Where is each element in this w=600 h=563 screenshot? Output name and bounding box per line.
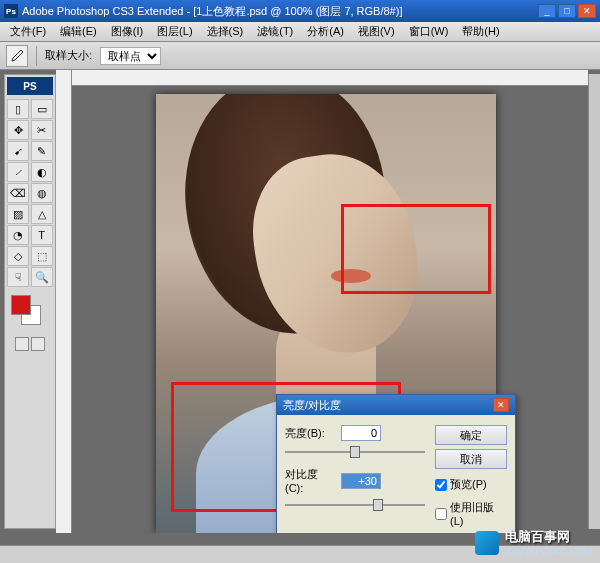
menu-filter[interactable]: 滤镜(T) [251, 22, 299, 41]
maximize-button[interactable]: □ [558, 4, 576, 18]
document-canvas[interactable]: 亮度/对比度 ✕ 亮度(B): 对比度(C): [156, 94, 496, 533]
ok-button[interactable]: 确定 [435, 425, 507, 445]
healing-tool[interactable]: ⟋ [7, 162, 29, 182]
eyedropper-icon[interactable] [6, 45, 28, 67]
pen-tool[interactable]: ◔ [7, 225, 29, 245]
canvas-area: 亮度/对比度 ✕ 亮度(B): 对比度(C): [56, 70, 588, 533]
dialog-close-icon[interactable]: ✕ [493, 398, 509, 412]
menu-window[interactable]: 窗口(W) [403, 22, 455, 41]
shape-tool[interactable]: ⬚ [31, 246, 53, 266]
right-panel-strip[interactable] [588, 74, 600, 529]
crop-tool[interactable]: ✂ [31, 120, 53, 140]
minimize-button[interactable]: _ [538, 4, 556, 18]
marquee-tool[interactable]: ▭ [31, 99, 53, 119]
separator [36, 46, 37, 66]
brightness-label: 亮度(B): [285, 426, 335, 441]
tool-grid: ▯ ▭ ✥ ✂ ➹ ✎ ⟋ ◐ ⌫ ◍ ▨ △ ◔ T ◇ ⬚ ☟ 🔍 [7, 99, 53, 287]
title-bar: Ps Adobe Photoshop CS3 Extended - [1上色教程… [0, 0, 600, 22]
dialog-body: 亮度(B): 对比度(C): [277, 415, 515, 533]
toolbox: PS ▯ ▭ ✥ ✂ ➹ ✎ ⟋ ◐ ⌫ ◍ ▨ △ ◔ T ◇ ⬚ ☟ 🔍 [4, 74, 56, 529]
quick-mask-row [7, 337, 53, 351]
zoom-tool[interactable]: 🔍 [31, 267, 53, 287]
options-bar: 取样大小: 取样点 [0, 42, 600, 70]
legacy-checkbox-row[interactable]: 使用旧版(L) [435, 500, 507, 527]
sample-size-label: 取样大小: [45, 48, 92, 63]
watermark-text: 电脑百事网 [505, 528, 592, 546]
move-tool[interactable]: ▯ [7, 99, 29, 119]
brightness-slider-thumb[interactable] [350, 446, 360, 458]
hand-tool[interactable]: ☟ [7, 267, 29, 287]
blur-tool[interactable]: ▨ [7, 204, 29, 224]
path-tool[interactable]: ◇ [7, 246, 29, 266]
dialog-buttons: 确定 取消 预览(P) 使用旧版(L) [435, 425, 507, 527]
menu-view[interactable]: 视图(V) [352, 22, 401, 41]
vertical-ruler [56, 70, 72, 533]
menu-select[interactable]: 选择(S) [201, 22, 250, 41]
brightness-input[interactable] [341, 425, 381, 441]
standard-mode-icon[interactable] [15, 337, 29, 351]
contrast-label: 对比度(C): [285, 467, 335, 494]
lasso-tool[interactable]: ✥ [7, 120, 29, 140]
close-button[interactable]: ✕ [578, 4, 596, 18]
legacy-checkbox[interactable] [435, 508, 447, 520]
dialog-title-text: 亮度/对比度 [283, 398, 341, 413]
contrast-slider[interactable] [285, 498, 425, 512]
legacy-label: 使用旧版(L) [450, 500, 507, 527]
gradient-tool[interactable]: ◍ [31, 183, 53, 203]
slider-track [285, 504, 425, 506]
dodge-tool[interactable]: △ [31, 204, 53, 224]
preview-checkbox-row[interactable]: 预览(P) [435, 477, 507, 492]
workspace: PS ▯ ▭ ✥ ✂ ➹ ✎ ⟋ ◐ ⌫ ◍ ▨ △ ◔ T ◇ ⬚ ☟ 🔍 [0, 70, 600, 533]
dialog-titlebar[interactable]: 亮度/对比度 ✕ [277, 395, 515, 415]
window-buttons: _ □ ✕ [538, 4, 596, 18]
foreground-color-swatch[interactable] [11, 295, 31, 315]
preview-checkbox[interactable] [435, 479, 447, 491]
contrast-slider-thumb[interactable] [373, 499, 383, 511]
menu-image[interactable]: 图像(I) [105, 22, 149, 41]
watermark-logo-icon [475, 531, 499, 555]
brightness-row: 亮度(B): [285, 425, 427, 441]
dialog-controls: 亮度(B): 对比度(C): [285, 425, 427, 527]
quick-mask-icon[interactable] [31, 337, 45, 351]
contrast-row: 对比度(C): [285, 467, 427, 494]
text-tool[interactable]: T [31, 225, 53, 245]
annotation-box-eyes [341, 204, 491, 294]
menu-edit[interactable]: 编辑(E) [54, 22, 103, 41]
watermark-url: WWW.PC841.COM [505, 546, 592, 557]
menu-bar: 文件(F) 编辑(E) 图像(I) 图层(L) 选择(S) 滤镜(T) 分析(A… [0, 22, 600, 42]
app-icon: Ps [4, 4, 18, 18]
window-title: Adobe Photoshop CS3 Extended - [1上色教程.ps… [22, 4, 534, 19]
menu-layer[interactable]: 图层(L) [151, 22, 198, 41]
menu-file[interactable]: 文件(F) [4, 22, 52, 41]
eraser-tool[interactable]: ⌫ [7, 183, 29, 203]
menu-help[interactable]: 帮助(H) [456, 22, 505, 41]
contrast-input[interactable] [341, 473, 381, 489]
brightness-contrast-dialog: 亮度/对比度 ✕ 亮度(B): 对比度(C): [276, 394, 516, 533]
eyedropper-tool[interactable]: ➹ [7, 141, 29, 161]
clone-tool[interactable]: ◐ [31, 162, 53, 182]
color-swatches [7, 295, 53, 331]
sample-size-select[interactable]: 取样点 [100, 47, 161, 65]
brush-tool[interactable]: ✎ [31, 141, 53, 161]
menu-analysis[interactable]: 分析(A) [301, 22, 350, 41]
ps-badge-icon: PS [7, 77, 53, 95]
horizontal-ruler [72, 70, 588, 86]
watermark: 电脑百事网 WWW.PC841.COM [475, 528, 592, 557]
preview-label: 预览(P) [450, 477, 487, 492]
brightness-slider[interactable] [285, 445, 425, 459]
cancel-button[interactable]: 取消 [435, 449, 507, 469]
